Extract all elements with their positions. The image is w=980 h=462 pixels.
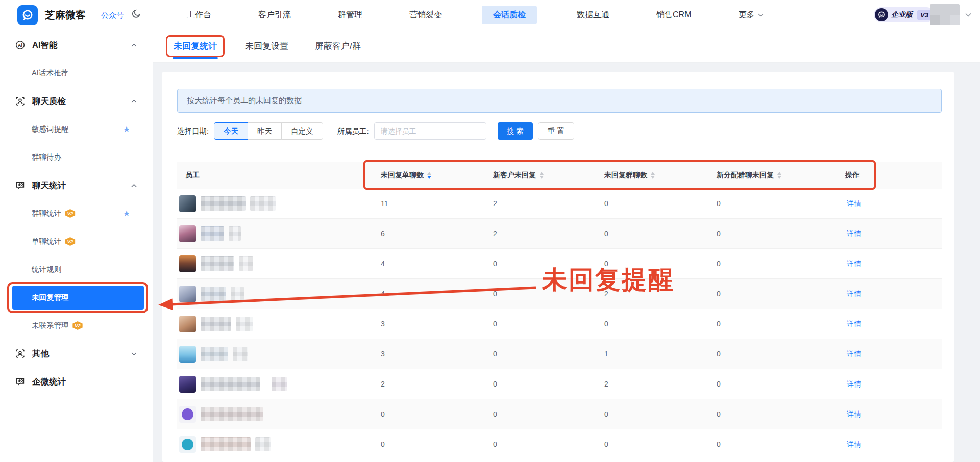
detail-link[interactable]: 详情 xyxy=(837,199,861,208)
top-nav-item-5[interactable]: 会话质检 xyxy=(482,6,537,24)
sort-carets-icon[interactable] xyxy=(540,172,544,179)
employee-cell xyxy=(177,376,373,393)
tab-2[interactable]: 未回复设置 xyxy=(239,37,295,55)
date-option-2[interactable]: 昨天 xyxy=(248,122,282,140)
detail-link[interactable]: 详情 xyxy=(837,229,861,238)
value-cell-3: 2 xyxy=(596,290,708,298)
tab-3[interactable]: 屏蔽客户/群 xyxy=(309,37,367,55)
sidebar-item-4[interactable]: 敏感词提醒★ xyxy=(0,115,153,143)
detail-link[interactable]: 详情 xyxy=(837,440,861,448)
section-chevron-up-icon[interactable] xyxy=(131,183,137,188)
action-cell: 详情 xyxy=(837,259,942,269)
sidebar-item-10[interactable]: 未回复管理 xyxy=(0,284,153,312)
table-row: 6200详情 xyxy=(177,219,942,249)
detail-link[interactable]: 详情 xyxy=(837,260,861,268)
value-cell-1: 0 xyxy=(373,410,485,418)
employee-avatar xyxy=(179,255,196,272)
column-header-label: 员工 xyxy=(185,171,200,180)
search-button[interactable]: 搜 索 xyxy=(498,122,533,140)
filter-bar: 选择日期: 今天昨天自定义 所属员工: 搜 索 重 置 xyxy=(177,122,574,140)
employee-avatar xyxy=(179,286,196,302)
top-nav-item-4[interactable]: 营销裂变 xyxy=(402,6,449,24)
top-nav-item-2[interactable]: 客户引流 xyxy=(251,6,298,24)
staff-filter-label: 所属员工: xyxy=(337,126,369,136)
value-cell-2: 0 xyxy=(485,350,596,358)
sidebar-item-3[interactable]: 聊天质检 xyxy=(0,87,153,115)
sidebar-item-label: 统计规则 xyxy=(32,265,61,274)
sidebar-item-label: AI智能 xyxy=(32,40,58,51)
sidebar-item-8[interactable]: 单聊统计V2 xyxy=(0,227,153,255)
value-cell-1: 6 xyxy=(373,229,485,238)
column-header-3: 新客户未回复 xyxy=(485,171,596,180)
staff-select-input[interactable] xyxy=(374,122,486,140)
dark-mode-icon[interactable] xyxy=(131,8,142,19)
redacted-employee-name xyxy=(201,256,234,271)
sidebar-item-11[interactable]: 未联系管理V2 xyxy=(0,312,153,340)
sidebar-item-13[interactable]: 企微统计 xyxy=(0,368,153,396)
value-cell-4: 0 xyxy=(708,380,837,388)
action-cell: 详情 xyxy=(837,319,942,329)
employee-avatar xyxy=(179,195,196,212)
section-chevron-up-icon[interactable] xyxy=(131,99,137,104)
action-cell: 详情 xyxy=(837,379,942,389)
section-chevron-up-icon[interactable] xyxy=(131,43,137,47)
top-nav-item-6[interactable]: 数据互通 xyxy=(570,6,617,24)
plan-badge-logo-icon xyxy=(875,8,888,21)
more-chevron-down-icon xyxy=(757,13,764,17)
sidebar-item-2[interactable]: AI话术推荐 xyxy=(0,59,153,87)
sidebar-item-6[interactable]: 聊天统计 xyxy=(0,171,153,199)
action-cell: 详情 xyxy=(837,440,942,449)
chat-stats-icon xyxy=(15,181,25,190)
user-avatar[interactable] xyxy=(930,4,960,25)
sidebar-item-9[interactable]: 统计规则 xyxy=(0,255,153,284)
reset-button[interactable]: 重 置 xyxy=(538,122,574,140)
redacted-employee-name xyxy=(250,196,276,211)
sort-carets-icon[interactable] xyxy=(777,172,781,179)
value-cell-4: 0 xyxy=(708,320,837,328)
v2-badge: V2 xyxy=(72,321,83,330)
detail-link[interactable]: 详情 xyxy=(837,320,861,328)
redacted-employee-name xyxy=(255,437,271,451)
employee-avatar xyxy=(179,316,196,332)
sidebar-item-7[interactable]: 群聊统计V2★ xyxy=(0,199,153,227)
action-cell: 详情 xyxy=(837,409,942,419)
top-nav-item-3[interactable]: 群管理 xyxy=(331,6,370,24)
sort-carets-icon[interactable] xyxy=(651,172,655,179)
value-cell-1: 3 xyxy=(373,320,485,328)
favorite-star-icon[interactable]: ★ xyxy=(123,124,130,134)
app-logo xyxy=(17,5,38,25)
official-account-link[interactable]: 公众号 xyxy=(101,0,124,30)
detail-link[interactable]: 详情 xyxy=(837,410,861,418)
date-option-3[interactable]: 自定义 xyxy=(281,122,323,140)
detail-link[interactable]: 详情 xyxy=(837,350,861,358)
tab-label: 未回复统计 xyxy=(174,41,217,51)
employee-cell xyxy=(177,316,373,332)
sidebar-item-1[interactable]: AiAI智能 xyxy=(0,31,153,59)
user-menu-chevron-down-icon[interactable] xyxy=(965,12,972,17)
date-option-1[interactable]: 今天 xyxy=(214,122,248,140)
value-cell-2: 0 xyxy=(485,260,596,268)
redacted-employee-name xyxy=(233,347,248,361)
value-cell-3: 2 xyxy=(596,380,708,388)
top-nav-item-label: 数据互通 xyxy=(577,10,609,20)
employee-cell xyxy=(177,225,373,242)
value-cell-1: 0 xyxy=(373,440,485,448)
top-nav-item-7[interactable]: 销售CRM xyxy=(649,6,698,24)
sidebar-item-label: 敏感词提醒 xyxy=(32,124,69,134)
detail-link[interactable]: 详情 xyxy=(837,380,861,388)
section-chevron-down-icon[interactable] xyxy=(131,351,137,356)
top-nav-item-label: 客户引流 xyxy=(258,10,291,20)
employee-cell xyxy=(177,436,373,453)
top-nav-item-1[interactable]: 工作台 xyxy=(180,6,218,24)
tab-1[interactable]: 未回复统计 xyxy=(166,35,225,57)
employee-cell xyxy=(177,286,373,302)
detail-link[interactable]: 详情 xyxy=(837,290,861,298)
value-cell-3: 0 xyxy=(596,320,708,328)
sidebar-item-5[interactable]: 群聊待办 xyxy=(0,143,153,171)
sidebar-item-12[interactable]: 其他 xyxy=(0,340,153,368)
sort-carets-icon[interactable] xyxy=(427,172,431,179)
value-cell-4: 0 xyxy=(708,199,837,208)
top-nav-item-8[interactable]: 更多 xyxy=(731,6,771,24)
date-range-button-group: 今天昨天自定义 xyxy=(214,122,323,140)
favorite-star-icon[interactable]: ★ xyxy=(123,209,130,218)
